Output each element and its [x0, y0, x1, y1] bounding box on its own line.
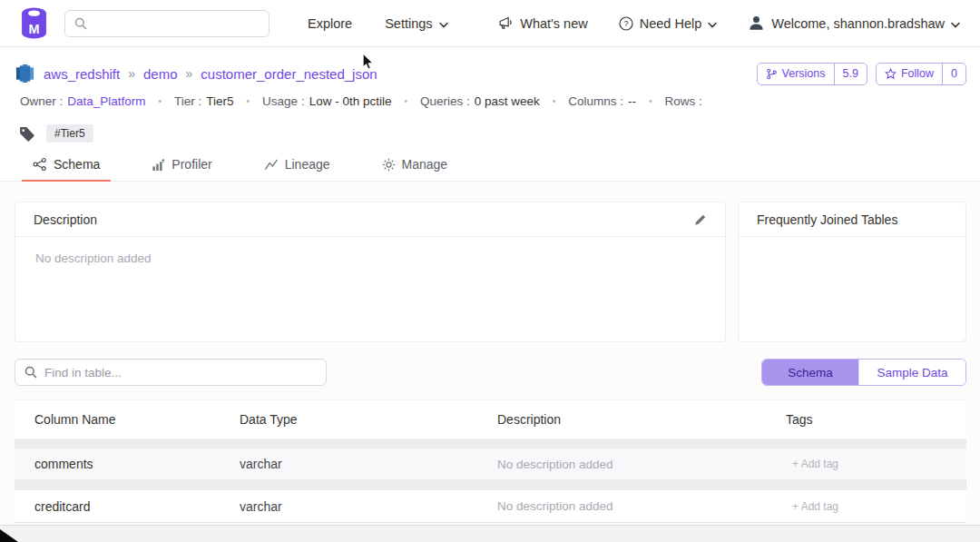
user-menu[interactable]: Welcome, shannon.bradshaw [748, 15, 960, 32]
view-toggle: Schema Sample Data [761, 359, 966, 386]
meta-usage: Usage : Low - 0th pctile [262, 94, 391, 108]
meta-label: Queries : [420, 94, 470, 108]
find-in-table-search [15, 359, 327, 386]
tag-chip-tier5[interactable]: #Tier5 [46, 124, 93, 143]
tags-row: #Tier5 [18, 123, 966, 144]
user-avatar-icon [748, 15, 765, 32]
main-content: Description No description added Frequen… [0, 182, 980, 539]
add-tag-button[interactable]: + Add tag [786, 458, 966, 470]
nav-explore[interactable]: Explore [308, 16, 352, 31]
separator-dot: • [649, 96, 652, 106]
versions-count: 5.9 [834, 64, 867, 84]
tab-schema[interactable]: Schema [22, 157, 111, 181]
meta-value: -- [628, 94, 636, 108]
meta-label: Tier : [174, 94, 201, 108]
meta-label: Columns : [568, 94, 623, 108]
col-header-type: Data Type [240, 412, 497, 427]
user-welcome-label: Welcome, shannon.bradshaw [771, 16, 945, 31]
chevron-down-icon [439, 16, 448, 31]
row-divider [15, 479, 966, 490]
schema-tab-icon [33, 157, 47, 172]
add-tag-button[interactable]: + Add tag [786, 500, 966, 513]
meta-columns: Columns : -- [568, 94, 636, 108]
separator-dot: • [553, 96, 556, 106]
cell-description[interactable]: No description added [497, 458, 786, 471]
col-header-tags: Tags [786, 412, 966, 427]
separator-dot: • [404, 96, 407, 106]
meta-label: Rows : [665, 94, 702, 108]
meta-tier: Tier : Tier5 [174, 94, 234, 108]
entity-actions: Versions 5.9 Follow 0 [757, 63, 966, 85]
search-icon [24, 366, 37, 379]
versions-branch-icon [766, 68, 778, 80]
meta-label: Usage : [262, 94, 305, 108]
find-in-table-input[interactable] [44, 366, 317, 379]
separator-dot: • [247, 96, 250, 106]
meta-rows: Rows : [665, 94, 707, 108]
table-row: comments varchar No description added + … [15, 448, 966, 479]
cell-data-type: varchar [240, 457, 497, 471]
need-help-menu[interactable]: ? Need Help [619, 16, 718, 31]
breadcrumb-table[interactable]: customer_order_nested_json [201, 66, 377, 82]
col-header-name: Column Name [34, 412, 240, 427]
toggle-sample-data-button[interactable]: Sample Data [858, 360, 965, 385]
cell-column-name: creditcard [34, 499, 240, 514]
help-circle-icon: ? [619, 16, 633, 31]
nav-settings-label: Settings [385, 16, 432, 31]
cell-description[interactable]: No description added [497, 499, 786, 513]
frequently-joined-tables-body [739, 237, 965, 266]
tab-label: Manage [402, 157, 448, 172]
tag-icon [18, 125, 35, 143]
table-row: creditcard varchar No description added … [15, 490, 966, 523]
tab-label: Schema [54, 157, 100, 172]
manage-tab-icon [382, 158, 396, 172]
megaphone-icon [498, 15, 514, 31]
breadcrumb-service[interactable]: aws_redshift [44, 66, 120, 82]
nav-settings[interactable]: Settings [385, 16, 447, 31]
tab-profiler[interactable]: Profiler [141, 157, 222, 181]
meta-owner: Owner : Data_Platform [20, 94, 146, 108]
cell-column-name: comments [34, 457, 240, 471]
entity-meta: Owner : Data_Platform • Tier : Tier5 • U… [20, 94, 966, 108]
tab-label: Lineage [285, 157, 330, 172]
search-input[interactable] [94, 16, 260, 30]
separator-dot: • [159, 96, 162, 106]
svg-text:?: ? [623, 19, 628, 28]
breadcrumb-separator: » [128, 66, 135, 81]
nav-links: Explore Settings [308, 16, 448, 31]
top-navbar: M Explore Settings What's new [0, 0, 980, 47]
openmetadata-logo[interactable]: M [20, 7, 48, 40]
toggle-schema-button[interactable]: Schema [762, 360, 858, 385]
summary-cards: Description No description added Frequen… [0, 182, 980, 342]
need-help-label: Need Help [640, 16, 702, 31]
star-icon [885, 68, 897, 80]
versions-button[interactable]: Versions 5.9 [757, 63, 867, 85]
meta-value: 0 past week [475, 94, 540, 108]
whats-new-button[interactable]: What's new [498, 15, 588, 31]
entity-tabs: Schema Profiler Lineage Manage [0, 157, 980, 182]
row-divider [15, 439, 966, 448]
edit-pencil-icon[interactable] [694, 213, 707, 226]
whats-new-label: What's new [520, 16, 588, 31]
meta-label: Owner : [20, 94, 63, 108]
tab-lineage[interactable]: Lineage [253, 157, 341, 181]
meta-value: Tier5 [206, 94, 233, 108]
tab-manage[interactable]: Manage [371, 157, 459, 181]
follow-count: 0 [942, 64, 965, 84]
lineage-tab-icon [264, 158, 279, 172]
search-icon [74, 17, 87, 30]
profiler-tab-icon [152, 158, 165, 172]
col-header-description: Description [497, 412, 786, 427]
meta-queries: Queries : 0 past week [420, 94, 540, 108]
tab-label: Profiler [172, 157, 211, 172]
meta-value: Low - 0th pctile [309, 94, 392, 108]
follow-button[interactable]: Follow 0 [876, 63, 966, 85]
breadcrumb: aws_redshift » demo » customer_order_nes… [15, 63, 377, 84]
frequently-joined-tables-title: Frequently Joined Tables [757, 212, 897, 227]
breadcrumb-database[interactable]: demo [143, 66, 178, 82]
global-search [64, 10, 270, 37]
description-empty-text: No description added [15, 237, 725, 280]
schema-table: Column Name Data Type Description Tags c… [15, 399, 966, 523]
owner-link[interactable]: Data_Platform [67, 94, 145, 108]
breadcrumb-separator: » [186, 66, 193, 81]
